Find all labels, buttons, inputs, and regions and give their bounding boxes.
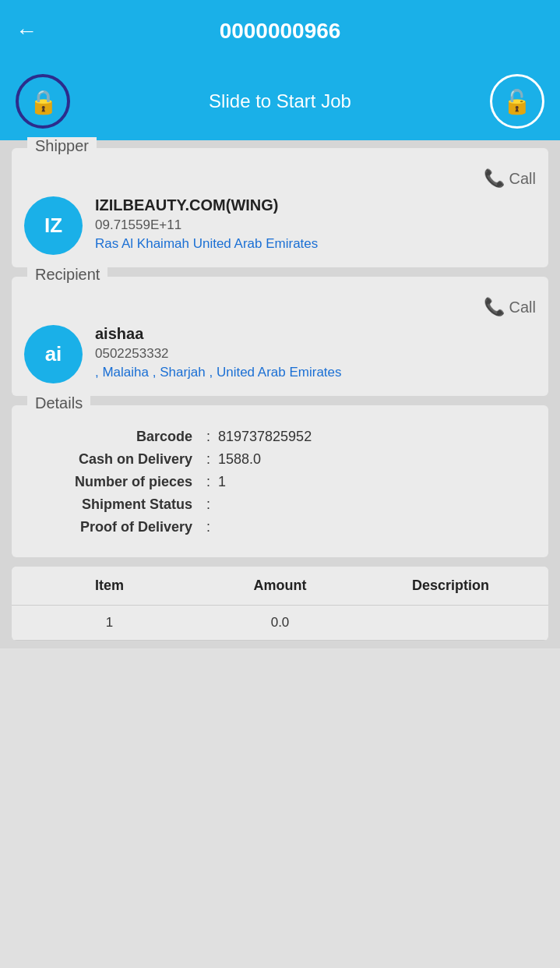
items-column-header: Description xyxy=(365,578,536,594)
detail-key: Shipment Status xyxy=(27,496,199,513)
detail-row: Proof of Delivery : xyxy=(27,519,533,535)
detail-colon: : xyxy=(199,496,218,513)
back-button[interactable]: ← xyxy=(16,19,37,44)
recipient-label: Recipient xyxy=(27,266,107,284)
detail-value: 1 xyxy=(218,474,226,490)
detail-key: Cash on Delivery xyxy=(27,451,199,468)
shipper-card: Shipper 📞 Call IZ IZILBEAUTY.COM(WING) 0… xyxy=(12,148,548,267)
recipient-name: aishaa xyxy=(95,325,536,343)
recipient-avatar: ai xyxy=(24,325,83,383)
lock-right-button[interactable]: 🔓 xyxy=(490,74,544,129)
shipper-avatar: IZ xyxy=(24,196,83,255)
shipper-contact: IZILBEAUTY.COM(WING) 09.71559E+11 Ras Al… xyxy=(95,196,536,252)
recipient-call-button[interactable]: 📞 Call xyxy=(484,297,536,317)
detail-row: Number of pieces : 1 xyxy=(27,474,533,490)
detail-colon: : xyxy=(199,519,218,535)
recipient-phone: 0502253332 xyxy=(95,346,536,362)
items-table-row: 1 0.0 xyxy=(12,606,548,641)
shipper-label: Shipper xyxy=(27,137,97,155)
details-card: Details Barcode : 819737825952 Cash on D… xyxy=(12,405,548,557)
lock-open-icon: 🔓 xyxy=(502,88,531,115)
item-amount: 0.0 xyxy=(195,615,365,631)
detail-value: 819737825952 xyxy=(218,429,312,445)
lock-left-button[interactable]: 🔒 xyxy=(16,74,70,129)
items-column-header: Item xyxy=(24,578,195,594)
shipper-call-label: Call xyxy=(509,170,536,188)
details-table: Barcode : 819737825952 Cash on Delivery … xyxy=(27,429,533,535)
recipient-call-label: Call xyxy=(509,299,536,316)
detail-key: Number of pieces xyxy=(27,474,199,490)
slider-bar: 🔒 Slide to Start Job 🔓 xyxy=(0,62,560,140)
detail-row: Cash on Delivery : 1588.0 xyxy=(27,451,533,468)
detail-row: Shipment Status : xyxy=(27,496,533,513)
recipient-info: ai aishaa 0502253332 , Malaiha , Sharjah… xyxy=(24,325,536,383)
recipient-address: , Malaiha , Sharjah , United Arab Emirat… xyxy=(95,365,536,380)
detail-key: Proof of Delivery xyxy=(27,519,199,535)
page-title: 0000000966 xyxy=(53,19,507,44)
recipient-card: Recipient 📞 Call ai aishaa 0502253332 , … xyxy=(12,277,548,396)
shipper-address: Ras Al Khaimah United Arab Emirates xyxy=(95,236,536,252)
items-card: ItemAmountDescription 1 0.0 xyxy=(12,567,548,641)
detail-colon: : xyxy=(199,474,218,490)
slider-text: Slide to Start Job xyxy=(209,90,351,112)
detail-row: Barcode : 819737825952 xyxy=(27,429,533,445)
items-column-header: Amount xyxy=(195,578,365,594)
shipper-info: IZ IZILBEAUTY.COM(WING) 09.71559E+11 Ras… xyxy=(24,196,536,255)
shipper-name: IZILBEAUTY.COM(WING) xyxy=(95,196,536,214)
recipient-contact: aishaa 0502253332 , Malaiha , Sharjah , … xyxy=(95,325,536,380)
main-content: Shipper 📞 Call IZ IZILBEAUTY.COM(WING) 0… xyxy=(0,140,560,648)
lock-closed-icon: 🔒 xyxy=(29,88,58,115)
detail-value: 1588.0 xyxy=(218,451,261,468)
item-description xyxy=(365,615,536,631)
phone-icon: 📞 xyxy=(484,168,505,189)
item-number: 1 xyxy=(24,615,195,631)
detail-key: Barcode xyxy=(27,429,199,445)
items-table-header: ItemAmountDescription xyxy=(12,567,548,606)
detail-colon: : xyxy=(199,451,218,468)
shipper-call-button[interactable]: 📞 Call xyxy=(484,168,536,189)
details-label: Details xyxy=(27,394,90,412)
header: ← 0000000966 xyxy=(0,0,560,62)
phone-icon-2: 📞 xyxy=(484,297,505,317)
detail-colon: : xyxy=(199,429,218,445)
shipper-phone: 09.71559E+11 xyxy=(95,217,536,233)
